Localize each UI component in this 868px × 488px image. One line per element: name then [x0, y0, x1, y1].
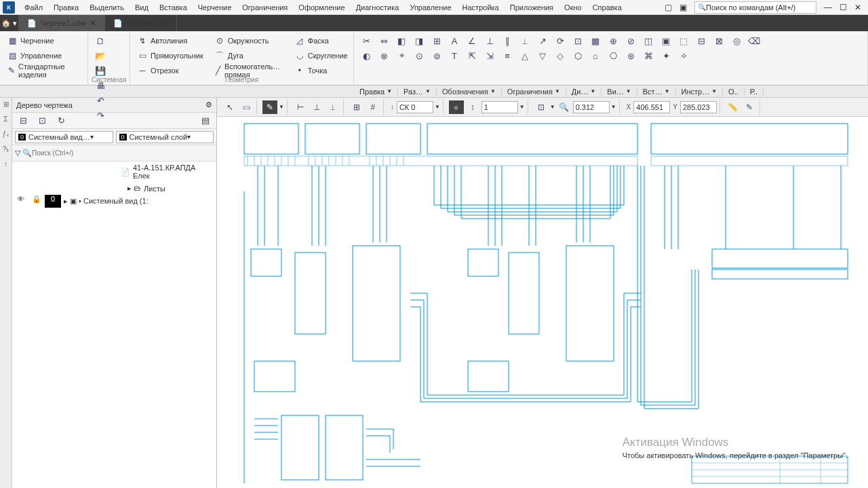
drawing-tree[interactable]: 📄 41-А.151.КР.АПДА Елек ▸ 🗁 Листы 👁 🔒 0 …	[12, 162, 216, 488]
redo-icon[interactable]: ↷	[92, 109, 108, 122]
draw-icon[interactable]: ✎	[262, 100, 277, 114]
measure-icon[interactable]: 📏	[726, 100, 741, 114]
menu-diagnostics[interactable]: Диагностика	[351, 1, 405, 14]
cat-instr[interactable]: Инстр…▼	[676, 88, 724, 96]
menu-manage[interactable]: Управление	[404, 1, 456, 14]
tree-doc[interactable]: 📄 41-А.151.КР.АПДА Елек	[12, 162, 216, 182]
tool-icon[interactable]: ▦	[587, 34, 604, 48]
mode-icon[interactable]: ⟐	[449, 100, 464, 114]
segment-button[interactable]: ─Отрезок	[134, 64, 206, 77]
close-button[interactable]: ✕	[850, 2, 865, 13]
tool-icon[interactable]: ◫	[640, 34, 656, 48]
tool-icon[interactable]: ⊘	[623, 34, 639, 48]
cat-vst[interactable]: Вст…▼	[637, 88, 676, 96]
rectangle-button[interactable]: ▭Прямоугольник	[134, 49, 206, 62]
tool-icon[interactable]: ◇	[552, 49, 568, 62]
expand-icon[interactable]: ⊟	[15, 114, 31, 128]
cat-annotations[interactable]: Обозначения▼	[437, 88, 502, 96]
tab-inactive[interactable]: 📄 Чертеж.cdw	[105, 15, 176, 31]
zoomfit-icon[interactable]: ⊡	[534, 100, 549, 114]
brush-icon[interactable]: ✎	[742, 100, 757, 114]
zoom-icon[interactable]: 🔍	[557, 100, 572, 114]
tree-search-input[interactable]	[32, 149, 214, 157]
rail-tree-icon[interactable]: ⊞	[1, 100, 11, 110]
zoom-field[interactable]: 0.312	[573, 101, 610, 113]
snap1-icon[interactable]: ⊢	[293, 100, 308, 114]
tool-icon[interactable]: ⌘	[640, 49, 656, 62]
tool-icon[interactable]: ⟳	[552, 34, 568, 48]
maximize-button[interactable]: ☐	[835, 2, 850, 13]
tree-sheets[interactable]: ▸ 🗁 Листы	[12, 182, 216, 195]
tool-icon[interactable]: ⊞	[429, 34, 445, 48]
tool-icon[interactable]: ⊟	[693, 34, 709, 48]
open-icon[interactable]: 📂	[92, 49, 108, 62]
cat-r[interactable]: Р..	[745, 88, 764, 96]
tool-icon[interactable]: ✂	[358, 34, 374, 48]
x-field[interactable]: 406.551	[633, 101, 670, 113]
tool-icon[interactable]: ⊙	[411, 49, 427, 62]
tool-icon[interactable]: ⊥	[481, 34, 498, 48]
autoline-button[interactable]: ↯Автолиния	[134, 34, 206, 48]
layer-select[interactable]: 0Системный слой ▾	[116, 131, 214, 143]
tool-icon[interactable]: ⇱	[464, 49, 480, 62]
point-button[interactable]: •Точка	[292, 64, 351, 77]
tool-icon[interactable]: ⇔	[376, 34, 392, 48]
menu-formatting[interactable]: Оформление	[293, 1, 350, 14]
tool-icon[interactable]: ✦	[658, 49, 674, 62]
tool-icon[interactable]: ↗	[534, 34, 551, 48]
tool-icon[interactable]: ⇲	[481, 49, 498, 62]
command-search[interactable]: 🔍 Поиск по командам (Alt+/)	[694, 1, 816, 14]
cat-vi[interactable]: Ви…▼	[601, 88, 637, 96]
tool-icon[interactable]: А	[446, 34, 462, 48]
tool-icon[interactable]: ≡	[499, 49, 515, 62]
grid-icon[interactable]: ⊞	[349, 100, 364, 114]
menu-select[interactable]: Выделить	[84, 1, 130, 14]
filter-icon[interactable]: ▤	[197, 114, 214, 128]
chamfer-button[interactable]: ◿Фаска	[292, 34, 351, 48]
rail-fx-icon[interactable]: ƒₓ	[1, 130, 11, 140]
tool-icon[interactable]: ⊗	[376, 49, 392, 62]
menu-view[interactable]: Вид	[130, 1, 154, 14]
ck-field[interactable]: СК 0	[397, 101, 433, 113]
tool-icon[interactable]: ✧	[675, 49, 692, 62]
fillet-button[interactable]: ◡Скругление	[292, 49, 351, 62]
cat-di[interactable]: Ди…▼	[566, 88, 602, 96]
menu-constraints[interactable]: Ограничения	[237, 1, 293, 14]
rail-vars-icon[interactable]: ?₁	[1, 145, 11, 155]
circle-button[interactable]: ⊙Окружность	[212, 34, 286, 48]
refresh-icon[interactable]: ↻	[53, 114, 69, 128]
menu-file[interactable]: Файл	[19, 1, 48, 14]
tree-sysview[interactable]: ▸ ▣ • Системный вид (1:	[61, 195, 216, 208]
save-icon[interactable]: 💾	[92, 64, 108, 77]
color-swatch[interactable]: 0	[45, 195, 61, 208]
close-icon[interactable]: ✕	[90, 18, 96, 28]
menu-help[interactable]: Справка	[587, 1, 627, 14]
tool-icon[interactable]: ▣	[658, 34, 674, 48]
tool-icon[interactable]: ∠	[464, 34, 480, 48]
select-icon[interactable]: ▭	[239, 100, 254, 114]
menu-apps[interactable]: Приложения	[505, 1, 559, 14]
minimize-button[interactable]: —	[821, 2, 835, 13]
tool-icon[interactable]: △	[517, 49, 533, 62]
snap3-icon[interactable]: ⟂	[326, 100, 340, 114]
new-icon[interactable]: 🗋	[92, 34, 108, 48]
layout2-icon[interactable]: ▣	[675, 2, 690, 13]
ribbon-management[interactable]: ▤Управление	[4, 49, 83, 62]
tool-icon[interactable]: ⊛	[623, 49, 639, 62]
tool-icon[interactable]: ⊕	[605, 34, 621, 48]
cat-constraints[interactable]: Ограничения▼	[502, 88, 566, 96]
menu-insert[interactable]: Вставка	[154, 1, 193, 14]
auxline-button[interactable]: ╱Вспомогатель… прямая	[212, 64, 286, 77]
tool-icon[interactable]: ⌫	[746, 34, 762, 48]
tool-icon[interactable]: ⎔	[605, 49, 621, 62]
tool-icon[interactable]: ∥	[499, 34, 515, 48]
rail-layers-icon[interactable]: ↕	[1, 160, 11, 170]
ribbon-standard-parts[interactable]: ✎Стандартные изделия	[4, 64, 83, 77]
tool-icon[interactable]: ⌂	[587, 49, 604, 62]
drawing-canvas[interactable]	[217, 117, 868, 488]
step-icon[interactable]: ↕	[465, 100, 480, 114]
tab-active[interactable]: 📄 Чертеж1.cdw ✕	[19, 15, 105, 31]
cursor-icon[interactable]: ↖	[222, 100, 237, 114]
tool-icon[interactable]: ⊚	[429, 49, 445, 62]
tool-icon[interactable]: ⬚	[675, 34, 692, 48]
